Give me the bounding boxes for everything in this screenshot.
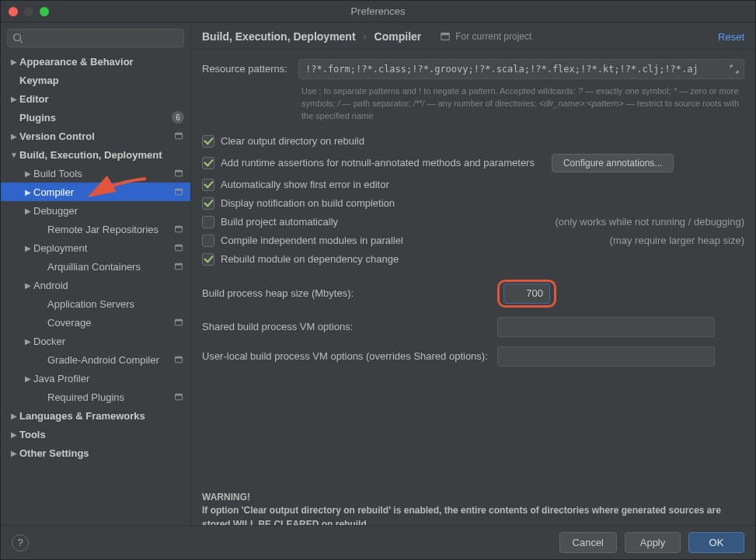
sidebar-item-label: Languages & Frameworks bbox=[19, 410, 184, 422]
sidebar-item-gradle-android-compiler[interactable]: Gradle-Android Compiler bbox=[1, 350, 190, 369]
sidebar-item-tools[interactable]: ▶Tools bbox=[1, 425, 190, 443]
check-note: (only works while not running / debuggin… bbox=[542, 216, 744, 228]
sidebar-item-languages-frameworks[interactable]: ▶Languages & Frameworks bbox=[1, 406, 190, 425]
check-note: (may require larger heap size) bbox=[597, 235, 744, 246]
sidebar-item-build-tools[interactable]: ▶Build Tools bbox=[1, 164, 190, 183]
svg-line-1 bbox=[20, 40, 23, 43]
checkbox-icon[interactable] bbox=[202, 135, 214, 148]
search-input[interactable] bbox=[7, 29, 184, 47]
heap-size-input[interactable] bbox=[503, 283, 550, 304]
svg-rect-17 bbox=[176, 357, 183, 358]
sidebar-item-coverage[interactable]: Coverage bbox=[1, 313, 190, 332]
svg-rect-11 bbox=[176, 245, 183, 246]
project-scope-icon bbox=[173, 317, 184, 328]
heap-size-highlight bbox=[497, 280, 556, 308]
project-scope-icon bbox=[173, 261, 184, 272]
chevron-icon[interactable]: ▶ bbox=[9, 449, 19, 457]
sidebar-item-java-profiler[interactable]: ▶Java Profiler bbox=[1, 369, 190, 388]
project-scope-icon bbox=[173, 168, 184, 179]
sidebar-item-label: Coverage bbox=[47, 317, 169, 329]
zoom-icon[interactable] bbox=[40, 7, 49, 16]
help-button[interactable]: ? bbox=[12, 534, 29, 551]
sidebar-item-label: Keymap bbox=[19, 75, 184, 86]
sidebar-item-keymap[interactable]: Keymap bbox=[1, 71, 190, 89]
sidebar-item-version-control[interactable]: ▶Version Control bbox=[1, 127, 190, 145]
sidebar-item-remote-jar-repositories[interactable]: Remote Jar Repositories bbox=[1, 220, 190, 238]
sidebar-item-other-settings[interactable]: ▶Other Settings bbox=[1, 443, 190, 462]
project-scope-icon bbox=[173, 242, 184, 253]
close-icon[interactable] bbox=[9, 7, 18, 16]
minimize-icon[interactable] bbox=[24, 7, 33, 16]
checkbox-icon[interactable] bbox=[202, 179, 214, 191]
chevron-icon[interactable]: ▶ bbox=[9, 412, 19, 420]
check-clear-output[interactable]: Clear output directory on rebuild bbox=[202, 132, 744, 151]
chevron-icon[interactable]: ▶ bbox=[9, 95, 19, 103]
svg-rect-21 bbox=[441, 33, 450, 36]
window-title: Preferences bbox=[1, 5, 755, 17]
sidebar-item-appearance-behavior[interactable]: ▶Appearance & Behavior bbox=[1, 52, 190, 71]
chevron-icon[interactable]: ▶ bbox=[23, 281, 33, 290]
sidebar-item-required-plugins[interactable]: Required Plugins bbox=[1, 388, 190, 406]
chevron-icon[interactable]: ▶ bbox=[23, 374, 33, 383]
ok-button[interactable]: OK bbox=[688, 532, 744, 553]
sidebar-item-arquillian-containers[interactable]: Arquillian Containers bbox=[1, 257, 190, 276]
sidebar-item-label: Remote Jar Repositories bbox=[47, 224, 169, 235]
chevron-icon[interactable]: ▶ bbox=[23, 169, 33, 178]
check-build-notification[interactable]: Display notification on build completion bbox=[202, 194, 744, 213]
sidebar-item-label: Android bbox=[33, 280, 184, 291]
expand-icon[interactable] bbox=[728, 63, 740, 75]
checkbox-icon[interactable] bbox=[202, 253, 214, 266]
footer: ? Cancel Apply OK bbox=[1, 525, 755, 559]
sidebar-item-label: Other Settings bbox=[19, 447, 184, 459]
resource-patterns-input[interactable]: !?*.form;!?*.class;!?*.groovy;!?*.scala;… bbox=[298, 59, 744, 79]
user-vm-input[interactable] bbox=[497, 346, 715, 367]
check-show-first-error[interactable]: Automatically show first error in editor bbox=[202, 176, 744, 194]
sidebar-item-editor[interactable]: ▶Editor bbox=[1, 89, 190, 108]
search-field[interactable] bbox=[28, 33, 179, 43]
svg-rect-9 bbox=[176, 226, 183, 228]
checkbox-icon[interactable] bbox=[202, 216, 214, 228]
sidebar-item-label: Editor bbox=[19, 93, 184, 105]
cancel-button[interactable]: Cancel bbox=[559, 532, 617, 553]
sidebar-item-label: Tools bbox=[19, 429, 184, 440]
sidebar-item-compiler[interactable]: ▶Compiler bbox=[1, 183, 190, 201]
sidebar-item-android[interactable]: ▶Android bbox=[1, 276, 190, 294]
sidebar-item-deployment[interactable]: ▶Deployment bbox=[1, 238, 190, 257]
svg-rect-5 bbox=[176, 170, 183, 172]
apply-button[interactable]: Apply bbox=[625, 532, 681, 553]
sidebar-item-plugins[interactable]: Plugins6 bbox=[1, 108, 190, 127]
chevron-icon[interactable]: ▼ bbox=[9, 151, 19, 159]
check-rebuild-dep[interactable]: Rebuild module on dependency change bbox=[202, 250, 744, 269]
reset-link[interactable]: Reset bbox=[718, 31, 744, 43]
sidebar: ▶Appearance & BehaviorKeymap▶EditorPlugi… bbox=[1, 23, 191, 525]
titlebar: Preferences bbox=[1, 1, 755, 23]
checkbox-icon[interactable] bbox=[202, 197, 214, 210]
shared-vm-input[interactable] bbox=[497, 317, 715, 337]
warning-body: If option 'Clear output directory on reb… bbox=[202, 504, 744, 525]
check-compile-parallel[interactable]: Compile independent modules in parallel … bbox=[202, 231, 744, 250]
checkbox-icon[interactable] bbox=[202, 157, 214, 169]
project-scope-icon bbox=[173, 224, 184, 235]
chevron-icon[interactable]: ▶ bbox=[23, 188, 33, 197]
check-runtime-assertions[interactable]: Add runtime assertions for notnull-annot… bbox=[202, 151, 744, 176]
chevron-icon[interactable]: ▶ bbox=[9, 132, 19, 141]
sidebar-item-application-servers[interactable]: Application Servers bbox=[1, 294, 190, 313]
check-build-auto[interactable]: Build project automatically (only works … bbox=[202, 213, 744, 231]
breadcrumb-root[interactable]: Build, Execution, Deployment bbox=[202, 30, 356, 43]
sidebar-item-debugger[interactable]: ▶Debugger bbox=[1, 201, 190, 220]
project-scope-icon bbox=[173, 391, 184, 402]
content-pane: Build, Execution, Deployment › Compiler … bbox=[191, 23, 755, 525]
chevron-icon[interactable]: ▶ bbox=[23, 244, 33, 252]
svg-rect-13 bbox=[176, 263, 183, 265]
sidebar-item-docker[interactable]: ▶Docker bbox=[1, 332, 190, 350]
chevron-icon[interactable]: ▶ bbox=[9, 430, 19, 439]
resource-patterns-hint: Use ; to separate patterns and ! to nega… bbox=[301, 85, 744, 123]
sidebar-item-label: Build Tools bbox=[33, 168, 169, 179]
chevron-right-icon: › bbox=[364, 31, 367, 42]
chevron-icon[interactable]: ▶ bbox=[23, 337, 33, 346]
chevron-icon[interactable]: ▶ bbox=[9, 57, 19, 66]
sidebar-item-build-execution-deployment[interactable]: ▼Build, Execution, Deployment bbox=[1, 145, 190, 164]
configure-annotations-button[interactable]: Configure annotations... bbox=[552, 154, 674, 172]
checkbox-icon[interactable] bbox=[202, 235, 214, 247]
chevron-icon[interactable]: ▶ bbox=[23, 207, 33, 215]
